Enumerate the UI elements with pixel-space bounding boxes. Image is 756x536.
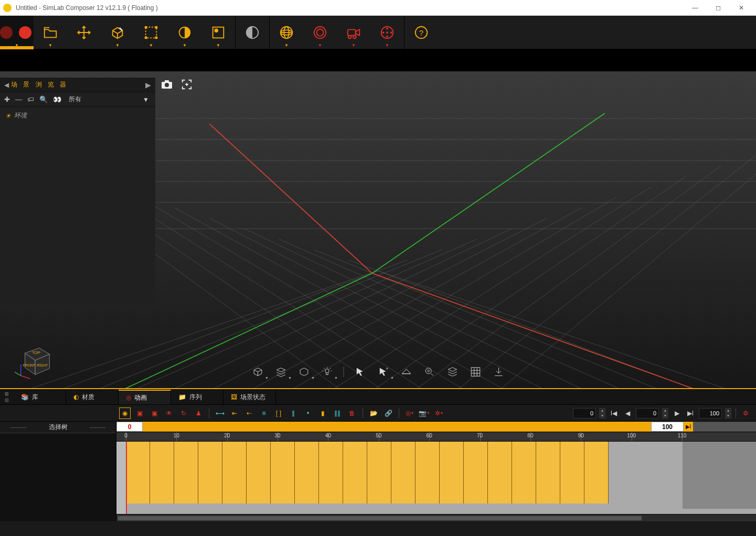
camera-drop-icon[interactable]: 📷▼	[419, 408, 430, 419]
bars-icon[interactable]: ≡	[259, 408, 269, 419]
timeline-ruler[interactable]: 0102030405060708090100110	[116, 432, 756, 442]
sub-toolbar-strip	[0, 49, 756, 71]
filter-select[interactable]: 所有 ▼	[69, 95, 151, 104]
cube-mode-button[interactable]: ▼	[251, 365, 264, 379]
panel-collapse-left-icon[interactable]: ◀	[4, 81, 9, 89]
chevron-down-icon: ▼	[15, 43, 19, 48]
svg-line-46	[105, 187, 501, 389]
autokey-icon[interactable]: ◉	[120, 408, 130, 419]
spin-up[interactable]: ▲	[725, 408, 731, 413]
environment-tool[interactable]: ▼	[201, 16, 235, 49]
maximize-button[interactable]: ◻	[707, 1, 730, 15]
step-back-icon[interactable]: ⇠	[244, 408, 254, 419]
close-button[interactable]: ✕	[730, 1, 753, 15]
bars3-icon[interactable]: ∥∥	[332, 408, 343, 419]
reel-tool[interactable]: ▼	[370, 16, 404, 49]
binocular-icon[interactable]: 👀	[53, 95, 61, 103]
panel-expand-right-icon[interactable]: ▶	[145, 81, 151, 89]
skip-start-icon[interactable]: ⇤	[229, 408, 240, 419]
chevron-down-icon: ▼	[216, 43, 220, 48]
end-frame-input[interactable]	[699, 408, 722, 419]
grid-button[interactable]	[468, 365, 482, 379]
plane-button[interactable]	[399, 365, 413, 379]
tree-item-environment[interactable]: ☀ 环境	[5, 111, 150, 120]
reel-drop-icon[interactable]: ✲▼	[434, 408, 444, 419]
appearance-tool[interactable]: ▼	[168, 16, 201, 49]
layers-button[interactable]: ▼	[274, 365, 288, 379]
timeline-scrollbar[interactable]	[116, 514, 756, 521]
lens-tool[interactable]: ▼	[303, 16, 337, 49]
range-icon[interactable]: ⟷	[215, 408, 225, 419]
primitive-button[interactable]: ▼	[297, 365, 311, 379]
tab-library[interactable]: 📚 库	[14, 390, 66, 404]
camera-tool[interactable]: ▼	[337, 16, 370, 49]
globe-tool[interactable]: ▼	[270, 16, 303, 49]
dot-icon[interactable]: •	[303, 408, 313, 419]
spin-up[interactable]: ▲	[599, 408, 605, 413]
playhead[interactable]	[126, 442, 127, 514]
bracket-icon[interactable]: [ ]	[273, 408, 284, 419]
range-track[interactable]	[143, 422, 651, 432]
add-folder-icon[interactable]: 📂	[368, 408, 379, 419]
eye-icon[interactable]: 👁	[164, 408, 174, 419]
spin-down[interactable]: ▼	[725, 413, 731, 419]
play-button[interactable]: ▶	[672, 408, 682, 419]
rings-icon[interactable]: ◎▼	[404, 408, 415, 419]
cube-pair-icon[interactable]: ▣	[149, 408, 159, 419]
tab-label: 材质	[82, 393, 94, 402]
remove-icon[interactable]: —	[15, 95, 22, 103]
cycle-icon[interactable]: ↻	[178, 408, 189, 419]
edit-tool[interactable]: ▼	[101, 16, 134, 49]
tab-scene-state[interactable]: 🖼 场景状态	[223, 390, 276, 404]
file-tool[interactable]: ▼	[34, 16, 67, 49]
spin-down[interactable]: ▼	[599, 413, 605, 419]
cube-red-icon[interactable]: ▣	[134, 408, 145, 419]
range-start-box[interactable]: 0	[116, 422, 143, 432]
tab-material[interactable]: ◐ 材质	[66, 390, 119, 404]
camera-icon[interactable]	[159, 79, 174, 90]
svg-line-31	[163, 208, 581, 389]
zoom-extent-button[interactable]	[422, 365, 436, 379]
minimize-button[interactable]: ―	[684, 1, 707, 15]
current-frame-input[interactable]	[636, 408, 659, 419]
tab-sequence[interactable]: 📁 序列	[171, 390, 223, 404]
svg-rect-74	[165, 80, 169, 82]
tag-icon[interactable]: 🏷	[27, 95, 34, 103]
step-back-button[interactable]: ◀	[622, 408, 633, 419]
spin-up[interactable]: ▲	[662, 408, 668, 413]
bars2-icon[interactable]: ∥	[288, 408, 299, 419]
panel-toggle-icons[interactable]: ⊞⊟	[0, 390, 14, 404]
barv-icon[interactable]: ▮	[317, 408, 328, 419]
search-icon[interactable]: 🔍	[39, 95, 48, 103]
go-end-button[interactable]: ▶I	[685, 408, 696, 419]
timeline-range-bar[interactable]: 0 100 ▶I	[116, 422, 756, 432]
range-end-box[interactable]: 100	[651, 422, 684, 432]
focus-icon[interactable]	[179, 79, 194, 90]
selection-tool[interactable]: ▼	[134, 16, 168, 49]
pointer-plus-button[interactable]: +▼	[376, 365, 390, 379]
add-icon[interactable]: ✚	[4, 95, 10, 103]
record-tool[interactable]: ▼	[0, 16, 34, 49]
stack-button[interactable]	[445, 365, 459, 379]
range-end-handle[interactable]: ▶I	[684, 422, 693, 432]
timeline-track[interactable]	[116, 442, 756, 514]
download-button[interactable]	[492, 365, 505, 379]
trash-icon[interactable]: 🗑	[347, 408, 357, 419]
nav-cube[interactable]: TOP FRONT RIGHT	[15, 339, 56, 380]
pointer-button[interactable]	[353, 365, 367, 379]
svg-text:+: +	[386, 367, 388, 371]
seat-icon[interactable]: ♟	[193, 408, 204, 419]
start-frame-input[interactable]	[573, 408, 596, 419]
contrast-tool[interactable]	[236, 16, 269, 49]
settings-gear-icon[interactable]: ⚙	[740, 408, 751, 419]
link-icon[interactable]: 🔗	[383, 408, 393, 419]
timeline-tree-body[interactable]	[0, 433, 116, 521]
spin-down[interactable]: ▼	[662, 413, 668, 419]
go-start-button[interactable]: I◀	[609, 408, 619, 419]
chevron-down-icon: ▼	[183, 43, 187, 48]
move-tool[interactable]	[67, 16, 101, 49]
light-button[interactable]: ▼	[320, 365, 334, 379]
svg-point-70	[425, 368, 431, 374]
help-tool[interactable]: ?	[404, 16, 438, 49]
tab-animation[interactable]: ◎ 动画	[119, 390, 171, 404]
